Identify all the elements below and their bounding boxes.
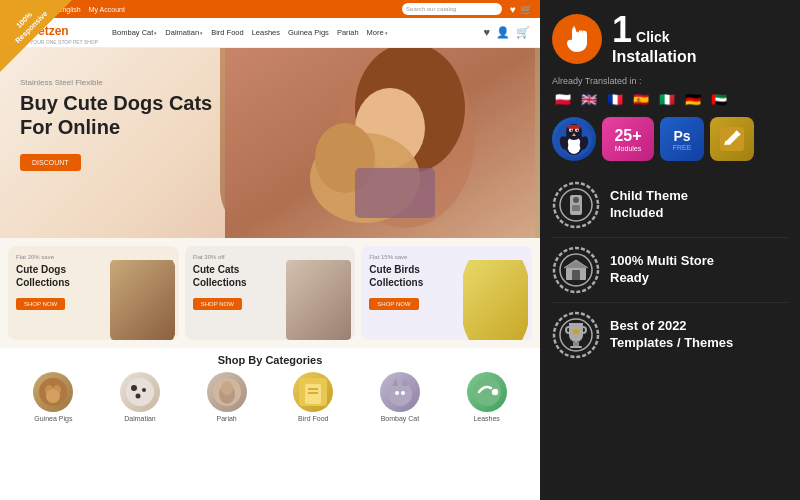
svg-marker-23: [392, 378, 398, 386]
birds-collection-image: [463, 260, 528, 340]
website-preview: 100% Responsive 🐾 SBP € 🇬🇧 English My Ac…: [0, 0, 540, 500]
hero-discount-button[interactable]: DISCOUNT: [20, 154, 81, 171]
child-theme-feature: Child ThemeIncluded: [552, 173, 788, 238]
category-leashes[interactable]: Leashes: [467, 372, 507, 422]
header-cart-icon[interactable]: 🛒: [516, 26, 530, 39]
click-install-icon: [552, 14, 602, 64]
hero-text: Stainless Steel Flexible Buy Cute Dogs C…: [20, 78, 212, 171]
installation-section: 1 Click Installation: [552, 12, 788, 66]
cart-icon[interactable]: 🛒: [520, 4, 532, 15]
multi-store-feature: 100% Multi StoreReady: [552, 238, 788, 303]
hand-pointer-icon: [562, 24, 592, 54]
gear-badge-icon: [552, 181, 600, 229]
birds-collection-card: Flat 15% save Cute BirdsCollections SHOP…: [361, 246, 532, 340]
trophy-badge-icon: [552, 311, 600, 359]
best-of-2022-text: Best of 2022Templates / Themes: [610, 318, 733, 352]
ps-free-label: FREE: [673, 144, 692, 151]
header-icons: ♥ 👤 🛒: [483, 26, 530, 39]
translated-label: Already Translated in :: [552, 76, 788, 86]
bird-food-label: Bird Food: [298, 415, 328, 422]
guinea-pigs-icon: [33, 372, 73, 412]
category-pariah[interactable]: Pariah: [207, 372, 247, 422]
birds-shop-button[interactable]: SHOP NOW: [369, 298, 418, 310]
svg-point-10: [46, 389, 60, 403]
top-bar-icons: ♥ 🛒: [510, 4, 532, 15]
flag-pl: 🇵🇱: [552, 91, 574, 107]
install-click-label: Click: [636, 29, 669, 45]
categories-grid: Guinea Pigs Dalmatian Pariah Bird Food: [10, 372, 530, 422]
nav-more[interactable]: More ▾: [367, 28, 388, 37]
svg-point-25: [395, 391, 399, 395]
svg-point-36: [571, 130, 573, 132]
wishlist-icon[interactable]: ♥: [510, 4, 516, 15]
svg-point-26: [401, 391, 405, 395]
header-user-icon[interactable]: 👤: [496, 26, 510, 39]
svg-marker-24: [402, 378, 408, 386]
svg-rect-51: [572, 270, 580, 280]
dogs-shop-button[interactable]: SHOP NOW: [16, 298, 65, 310]
modules-row: 25+ Modules Ps FREE: [552, 117, 788, 161]
hero-illustration: [225, 48, 535, 238]
svg-rect-6: [355, 168, 435, 218]
svg-point-28: [491, 388, 499, 396]
header-wishlist-icon[interactable]: ♥: [483, 26, 490, 39]
categories-title: Shop By Categories: [10, 354, 530, 366]
nav-guinea-pigs[interactable]: Guinea Pigs: [288, 28, 329, 37]
search-bar[interactable]: Search our catalog: [402, 3, 502, 15]
best-of-2022-badge: [552, 311, 600, 359]
penguin-svg: [554, 119, 594, 159]
ps-label: Ps: [673, 128, 690, 144]
category-bombay-cat[interactable]: Bombay Cat: [380, 372, 420, 422]
svg-rect-19: [305, 384, 321, 404]
flag-fr: 🇫🇷: [604, 91, 626, 107]
category-dalmatian[interactable]: Dalmatian: [120, 372, 160, 422]
nav-leashes[interactable]: Leashes: [252, 28, 280, 37]
best-of-2022-feature: Best of 2022Templates / Themes: [552, 303, 788, 367]
dogs-collection-card: Flat 20% save Cute DogsCollections SHOP …: [8, 246, 179, 340]
responsive-badge-text: 100% Responsive: [3, 0, 54, 49]
category-guinea-pigs[interactable]: Guinea Pigs: [33, 372, 73, 422]
flag-gb: 🇬🇧: [578, 91, 600, 107]
nav-bombay-cat[interactable]: Bombay Cat ▾: [112, 28, 157, 37]
prestashop-penguin-icon: [552, 117, 596, 161]
bombay-cat-label: Bombay Cat: [381, 415, 420, 422]
best-of-2022-title: Best of 2022Templates / Themes: [610, 318, 733, 352]
nav-bird-food[interactable]: Bird Food: [211, 28, 244, 37]
main-nav: Bombay Cat ▾ Dalmatian ▾ Bird Food Leash…: [112, 28, 477, 37]
prestashop-badge: Ps FREE: [660, 117, 704, 161]
svg-point-17: [221, 381, 233, 395]
flag-de: 🇩🇪: [682, 91, 704, 107]
multi-store-title: 100% Multi StoreReady: [610, 253, 714, 287]
cats-shop-button[interactable]: SHOP NOW: [193, 298, 242, 310]
nav-pariah[interactable]: Pariah: [337, 28, 359, 37]
account-link[interactable]: My Account: [89, 6, 125, 13]
child-theme-text: Child ThemeIncluded: [610, 188, 688, 222]
svg-point-29: [580, 30, 584, 34]
hero-image: [220, 48, 540, 238]
nav-dalmatian[interactable]: Dalmatian ▾: [165, 28, 203, 37]
bombay-cat-icon: [380, 372, 420, 412]
svg-rect-54: [573, 342, 579, 346]
responsive-badge: 100% Responsive: [0, 0, 72, 72]
features-panel: 1 Click Installation Already Translated …: [540, 0, 800, 500]
svg-point-11: [126, 378, 154, 406]
translated-section: Already Translated in : 🇵🇱 🇬🇧 🇫🇷 🇪🇸 🇮🇹 🇩…: [552, 76, 788, 107]
svg-rect-41: [568, 125, 580, 129]
svg-point-12: [131, 385, 137, 391]
dogs-collection-image: [110, 260, 175, 340]
categories-section: Shop By Categories Guinea Pigs Dalmatian…: [0, 348, 540, 438]
dalmatian-label: Dalmatian: [124, 415, 156, 422]
modules-count-label: Modules: [615, 145, 641, 152]
category-bird-food[interactable]: Bird Food: [293, 372, 333, 422]
hero-subtitle: Stainless Steel Flexible: [20, 78, 212, 87]
pariah-label: Pariah: [217, 415, 237, 422]
hero-title: Buy Cute Dogs CatsFor Online: [20, 91, 212, 139]
modules-count-badge: 25+ Modules: [602, 117, 654, 161]
flags-row: 🇵🇱 🇬🇧 🇫🇷 🇪🇸 🇮🇹 🇩🇪 🇦🇪: [552, 91, 788, 107]
cats-collection-card: Flat 30% off Cute CatsCollections SHOP N…: [185, 246, 356, 340]
leashes-icon: [467, 372, 507, 412]
svg-rect-55: [570, 346, 582, 348]
svg-rect-47: [572, 205, 580, 211]
collections-section: Flat 20% save Cute DogsCollections SHOP …: [0, 238, 540, 348]
edit-icon-badge: [710, 117, 754, 161]
